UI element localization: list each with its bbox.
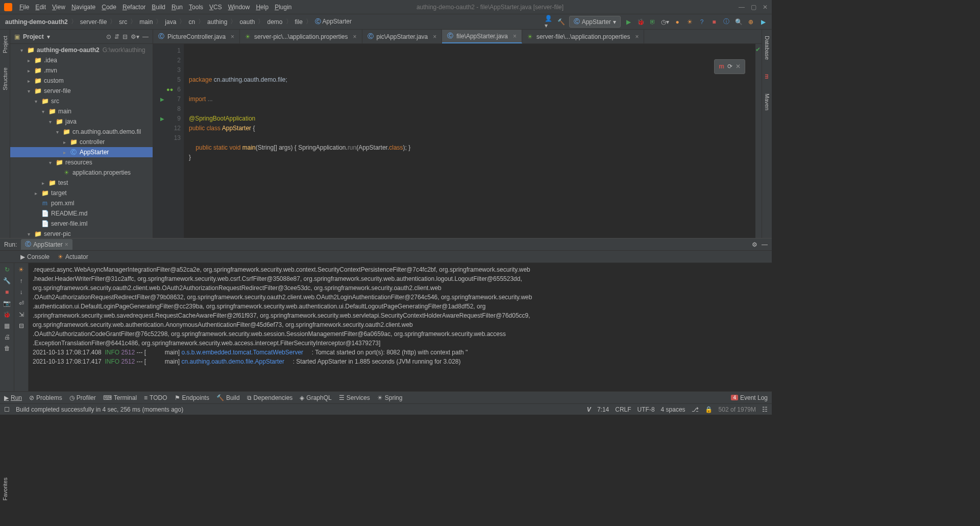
breadcrumb-item[interactable]: main — [138, 18, 154, 26]
bottom-tab-problems[interactable]: ⊘Problems — [29, 394, 62, 401]
maximize-icon[interactable]: ▢ — [751, 4, 756, 11]
close-icon[interactable]: × — [433, 33, 436, 40]
tree-item[interactable]: ▾📁cn.authing.oauth.demo.fil — [10, 127, 153, 137]
bug-icon[interactable]: 🐞 — [3, 311, 11, 318]
tree-item[interactable]: ▸📁target — [10, 188, 153, 198]
menu-run[interactable]: Run — [168, 4, 186, 11]
close-icon[interactable]: × — [635, 33, 639, 40]
print-icon[interactable]: 🖨 — [4, 333, 10, 341]
up-icon[interactable]: ↑ — [20, 277, 23, 284]
sync-icon[interactable]: ▶ — [758, 17, 768, 27]
editor-scrollbar[interactable]: ✔ — [755, 44, 762, 238]
bottom-tab-spring[interactable]: ☀Spring — [377, 394, 403, 401]
camera-icon[interactable]: 📷 — [3, 300, 11, 307]
branch-icon[interactable]: ⎇ — [692, 406, 699, 413]
tree-item[interactable]: ▾📁src — [10, 96, 153, 106]
build-icon[interactable]: 🔨 — [557, 17, 566, 27]
console-tab[interactable]: ▶ Console — [20, 253, 50, 260]
bottom-tab-dependencies[interactable]: ⧉Dependencies — [247, 394, 293, 401]
gear-icon[interactable]: ⚙▾ — [131, 33, 139, 40]
editor-tab[interactable]: Ⓒfile\AppStarter.java× — [442, 30, 522, 43]
breadcrumb-item[interactable]: src — [118, 18, 128, 26]
close-icon[interactable]: ✕ — [763, 4, 768, 11]
hide-icon[interactable]: — — [762, 241, 768, 248]
actuator-icon[interactable]: ☀ — [685, 17, 694, 27]
locate-icon[interactable]: ⊙ — [106, 33, 111, 40]
tasks-icon[interactable]: ☐ — [4, 406, 10, 413]
breadcrumb-item[interactable]: file — [294, 18, 304, 26]
close-icon[interactable]: × — [65, 241, 68, 248]
menu-code[interactable]: Code — [99, 4, 119, 11]
vim-icon[interactable]: V — [587, 406, 591, 413]
menu-plugin[interactable]: Plugin — [272, 4, 295, 11]
stop-icon[interactable]: ■ — [709, 17, 719, 27]
menu-refactor[interactable]: Refactor — [119, 4, 149, 11]
scroll-icon[interactable]: ⇲ — [19, 311, 24, 318]
hide-icon[interactable]: — — [142, 33, 149, 40]
profile-icon[interactable]: ◷▾ — [660, 17, 670, 27]
tree-item[interactable]: ☀application.properties — [10, 168, 153, 178]
event-log[interactable]: 4Event Log — [731, 394, 768, 401]
help-icon[interactable]: ? — [697, 17, 706, 27]
breadcrumb-item[interactable]: demo — [266, 18, 283, 26]
tree-item[interactable]: ▾📁resources — [10, 157, 153, 168]
editor-tab[interactable]: ⒸPictureController.java× — [153, 30, 240, 43]
tree-item[interactable]: ▸📁custom — [10, 76, 153, 86]
menu-build[interactable]: Build — [149, 4, 168, 11]
chevron-down-icon[interactable]: ▾ — [47, 33, 50, 40]
close-icon[interactable]: × — [513, 33, 517, 40]
stop-icon[interactable]: ■ — [5, 289, 9, 296]
maven-tool-label[interactable]: Maven — [764, 91, 770, 112]
expand-icon[interactable]: ⇵ — [114, 33, 119, 40]
bottom-tab-terminal[interactable]: ⌨Terminal — [103, 394, 137, 401]
notif-icon[interactable]: ☷ — [762, 406, 768, 413]
user-icon[interactable]: 👤▾ — [545, 17, 554, 27]
bottom-tab-profiler[interactable]: ◷Profiler — [69, 394, 96, 401]
maven-tool-button[interactable]: m — [764, 72, 770, 81]
settings-icon[interactable]: ⊕ — [746, 17, 755, 27]
actuator-tab[interactable]: ☀ Actuator — [58, 253, 88, 260]
database-tool-button[interactable]: Database — [764, 34, 770, 62]
bottom-tab-services[interactable]: ☰Services — [339, 394, 370, 401]
run-config-tab[interactable]: Ⓒ AppStarter × — [21, 239, 72, 250]
breadcrumb-item[interactable]: cn — [187, 18, 196, 26]
editor-tab[interactable]: ☀server-pic\...\application.properties× — [240, 30, 362, 43]
bottom-tab-run[interactable]: ▶Run — [4, 394, 22, 401]
structure-tool-button[interactable]: Structure — [2, 65, 8, 92]
menu-help[interactable]: Help — [253, 4, 272, 11]
encoding[interactable]: UTF-8 — [638, 406, 655, 413]
breadcrumb-item[interactable]: authing — [206, 18, 228, 26]
menu-edit[interactable]: Edit — [32, 4, 49, 11]
trash-icon[interactable]: 🗑 — [4, 345, 10, 352]
breadcrumb-item[interactable]: server-file — [79, 18, 108, 26]
line-col[interactable]: 7:14 — [597, 406, 609, 413]
breadcrumb-item[interactable]: authing-demo-oauth2 — [4, 18, 69, 26]
tree-item[interactable]: ▸📁controller — [10, 137, 153, 147]
minimize-icon[interactable]: — — [739, 4, 745, 11]
memory-indicator[interactable]: 502 of 1979M — [719, 406, 756, 413]
eol[interactable]: CRLF — [615, 406, 631, 413]
code-editor[interactable]: m ⟳ ✕ package cn.authing.oauth.demo.file… — [184, 44, 755, 238]
editor-tab[interactable]: Ⓒpic\AppStarter.java× — [362, 30, 443, 43]
collapse-icon[interactable]: ⊟ — [122, 33, 128, 40]
attach-icon[interactable]: ● — [673, 17, 682, 27]
bottom-tab-endpoints[interactable]: ⚑Endpoints — [175, 394, 209, 401]
project-tool-button[interactable]: Project — [2, 34, 8, 55]
tree-item[interactable]: 📄server-file.iml — [10, 219, 153, 229]
run-config-selector[interactable]: Ⓒ AppStarter ▾ — [569, 16, 621, 28]
tree-item[interactable]: ▾📁main — [10, 106, 153, 116]
gear-icon[interactable]: ⚙ — [752, 241, 757, 248]
console-output[interactable]: .request.async.WebAsyncManagerIntegratio… — [29, 263, 772, 391]
close-icon[interactable]: × — [353, 33, 357, 40]
tree-item[interactable]: ▾📁authing-demo-oauth2G:\work\authing — [10, 45, 153, 55]
tree-item[interactable]: ▾📁server-file — [10, 86, 153, 96]
project-tree[interactable]: ▾📁authing-demo-oauth2G:\work\authing▸📁.i… — [10, 44, 153, 238]
menu-view[interactable]: View — [49, 4, 68, 11]
menu-tools[interactable]: Tools — [186, 4, 206, 11]
menu-window[interactable]: Window — [225, 4, 253, 11]
bottom-tab-todo[interactable]: ≡TODO — [144, 394, 167, 401]
lock-icon[interactable]: 🔒 — [705, 406, 713, 413]
close-overlay-icon[interactable]: ✕ — [736, 62, 741, 71]
debug-icon[interactable]: 🐞 — [636, 17, 645, 27]
rerun-icon[interactable]: ↻ — [5, 266, 10, 273]
